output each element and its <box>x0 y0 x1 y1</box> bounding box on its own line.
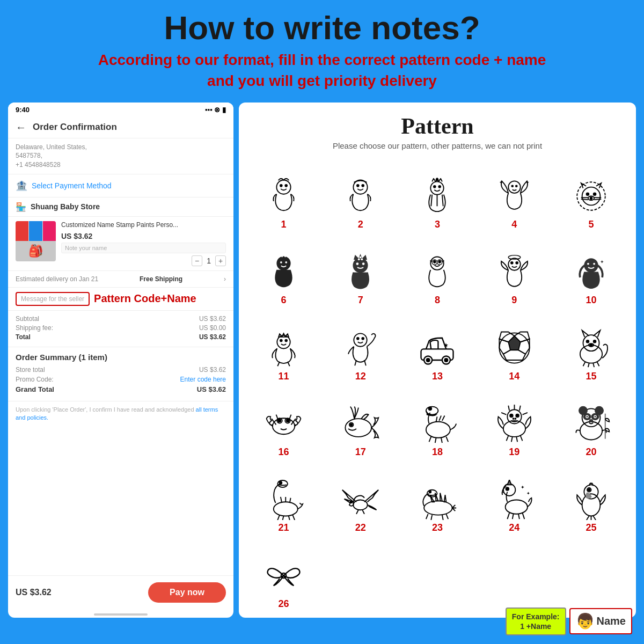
qty-decrease-button[interactable]: − <box>192 255 202 266</box>
subtitle-line2: and you will get priority delivery <box>207 72 437 89</box>
svg-line-78 <box>597 362 599 367</box>
svg-marker-134 <box>444 495 447 502</box>
pattern-icon-2 <box>339 175 382 218</box>
svg-point-61 <box>445 358 448 362</box>
svg-point-17 <box>586 193 589 196</box>
svg-point-79 <box>273 419 295 435</box>
svg-line-144 <box>512 514 513 518</box>
home-indicator <box>8 609 233 618</box>
total-row: Total US $3.62 <box>16 333 226 341</box>
pattern-title: Pattern <box>247 113 628 139</box>
qty-increase-button[interactable]: + <box>215 255 226 266</box>
address-line2: 5487578, <box>16 151 226 160</box>
svg-line-138 <box>447 514 449 518</box>
svg-point-4 <box>357 185 359 187</box>
pattern-number-20: 20 <box>586 447 596 458</box>
pattern-icon-19 <box>493 402 536 445</box>
pattern-icon-24: ✦ ✦ <box>493 478 536 521</box>
svg-text:✦: ✦ <box>520 485 524 490</box>
product-title: Customized Name Stamp Paints Perso... <box>61 221 226 230</box>
example-box: For Example: 1 +Name 👦 Name <box>506 608 632 635</box>
product-section: 🎒 Customized Name Stamp Paints Perso... … <box>8 217 233 271</box>
pattern-item-10: ✦ 10 <box>554 233 628 306</box>
back-arrow-icon[interactable]: ← <box>16 121 26 134</box>
pattern-item-25: 25 <box>554 461 628 533</box>
svg-point-47 <box>587 262 589 265</box>
pattern-number-3: 3 <box>435 219 440 230</box>
message-for-seller-input[interactable]: Message for the seller <box>16 292 90 306</box>
pattern-item-1: 1 <box>247 158 320 230</box>
svg-point-20 <box>590 197 592 200</box>
product-info: Customized Name Stamp Paints Perso... US… <box>61 221 226 266</box>
payment-section[interactable]: 🏦 Select Payment Method <box>8 174 233 197</box>
pattern-icon-20 <box>569 402 612 445</box>
svg-line-119 <box>277 515 280 519</box>
pattern-icon-1 <box>262 175 305 218</box>
content-row: 9:40 ▪▪▪ ⊗ ▮ ← Order Confirmation Delawa… <box>8 103 636 618</box>
pattern-item-5: 5 <box>554 158 628 230</box>
pattern-number-6: 6 <box>281 295 287 306</box>
home-bar <box>94 613 148 616</box>
pattern-item-20: 20 <box>554 385 628 458</box>
pattern-icon-6 <box>262 251 305 294</box>
svg-line-94 <box>447 437 449 442</box>
pattern-number-15: 15 <box>586 371 596 382</box>
payment-icon: 🏦 <box>16 180 27 192</box>
svg-line-120 <box>283 516 284 520</box>
svg-point-72 <box>594 340 596 343</box>
svg-point-142 <box>507 488 508 489</box>
pattern-icon-5 <box>569 175 612 218</box>
svg-point-103 <box>580 422 602 440</box>
svg-point-33 <box>360 256 362 258</box>
pattern-item-9: 9 <box>478 233 551 306</box>
product-note-placeholder[interactable]: Note your name <box>61 243 226 253</box>
promo-link[interactable]: Enter code here <box>180 376 226 383</box>
pattern-item-23: 23 <box>400 461 474 533</box>
store-icon: 🏪 <box>16 202 26 212</box>
pattern-subtitle: Please choose our pattern, other pattern… <box>247 141 628 150</box>
svg-point-118 <box>280 482 281 483</box>
pay-footer: US $3.62 Pay now <box>8 575 233 609</box>
svg-point-69 <box>580 345 602 363</box>
phone-panel: 9:40 ▪▪▪ ⊗ ▮ ← Order Confirmation Delawa… <box>8 103 233 618</box>
svg-line-126 <box>363 510 365 514</box>
order-summary-title: Order Summary (1 item) <box>16 353 226 362</box>
pattern-item-18: 18 <box>400 385 474 458</box>
pattern-item-2: 2 <box>324 158 397 230</box>
svg-point-83 <box>287 420 289 422</box>
svg-point-112 <box>594 416 596 418</box>
payment-link[interactable]: Select Payment Method <box>32 181 112 190</box>
address-line1: Delaware, United States, <box>16 143 226 152</box>
phone-nav: ← Order Confirmation <box>8 117 233 138</box>
svg-point-82 <box>279 420 281 422</box>
svg-point-127 <box>425 501 453 515</box>
pattern-panel: Pattern Please choose our pattern, other… <box>239 103 636 618</box>
svg-point-87 <box>426 422 450 438</box>
svg-line-122 <box>292 515 295 519</box>
pattern-icon-13: ★ <box>416 327 459 370</box>
pattern-icon-21 <box>262 478 305 521</box>
example-label: For Example: 1 +Name <box>506 608 566 635</box>
pattern-icon-12 <box>339 327 382 370</box>
svg-point-53 <box>354 333 367 346</box>
svg-text:✦: ✦ <box>499 180 503 185</box>
delivery-label: Estimated delivery on Jan 21 <box>16 275 98 283</box>
pay-now-button[interactable]: Pay now <box>148 582 226 603</box>
svg-point-152 <box>588 489 590 491</box>
shipping-fee-value: US $0.00 <box>199 324 226 332</box>
status-bar: 9:40 ▪▪▪ ⊗ ▮ <box>8 103 233 117</box>
pattern-item-7: 7 <box>324 233 397 306</box>
promo-label: Promo Code: <box>16 376 54 383</box>
svg-line-41 <box>442 261 444 261</box>
store-section: 🏪 Shuang Baby Store <box>8 197 233 217</box>
page-background: How to write notes? According to our for… <box>0 0 644 618</box>
pattern-code-label: Pattern Code+Name <box>94 292 196 305</box>
svg-line-146 <box>522 513 524 519</box>
pattern-number-13: 13 <box>432 371 443 382</box>
svg-point-46 <box>584 259 597 272</box>
shipping-fee-label: Shipping fee: <box>16 324 53 332</box>
svg-point-43 <box>511 262 513 264</box>
svg-point-74 <box>590 344 592 346</box>
svg-line-91 <box>429 437 431 442</box>
pattern-icon-9 <box>493 251 536 294</box>
